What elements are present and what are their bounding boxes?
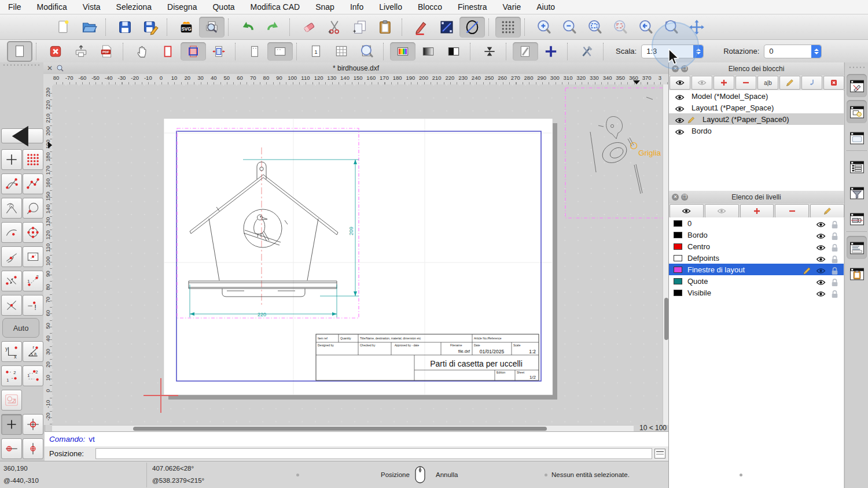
viewport-frame-button[interactable] (181, 42, 206, 61)
zoom-in-button[interactable] (531, 17, 557, 38)
line-style-button[interactable] (434, 17, 459, 38)
snap-on-entity-button[interactable] (23, 173, 43, 194)
document-tab-bar[interactable]: ✕ * birdhouse.dxf (43, 62, 668, 75)
menu-item-file[interactable]: File (8, 2, 21, 12)
snap-target-button[interactable] (23, 414, 43, 435)
hairline-button[interactable] (477, 42, 502, 61)
blocks-purge-button[interactable] (823, 76, 844, 90)
visibility-eye-icon[interactable] (675, 93, 685, 99)
layers-remove-button[interactable] (775, 204, 809, 218)
menu-item-finestra[interactable]: Finestra (458, 2, 487, 12)
command-line[interactable]: Comando: vt (45, 431, 673, 447)
layer-eye-icon[interactable] (816, 220, 826, 227)
block-row[interactable]: Bordo (669, 125, 844, 136)
layer-color-swatch[interactable] (674, 232, 682, 238)
settings-button[interactable] (574, 42, 599, 61)
layer-eye-icon[interactable] (816, 278, 826, 285)
crosses-button[interactable] (538, 42, 564, 61)
position-input[interactable] (95, 448, 652, 459)
pan-paper-button[interactable] (130, 42, 155, 61)
page-landscape-button[interactable] (267, 42, 293, 61)
snap-grid-button[interactable] (23, 149, 43, 170)
draw-button[interactable] (409, 17, 434, 38)
panel-toggle-clipboard[interactable] (847, 262, 867, 285)
snap-back-button[interactable] (1, 128, 43, 143)
rel-points-21-button[interactable]: 12 (23, 365, 43, 386)
snap-free-button[interactable] (1, 149, 22, 170)
zoom-auto-button[interactable] (582, 17, 608, 38)
rotazione-combo[interactable]: 0 (764, 45, 822, 58)
fit-paper-button[interactable] (206, 42, 231, 61)
layer-row[interactable]: Bordo (669, 229, 844, 241)
zoom-window-button[interactable] (659, 17, 684, 38)
panel-toggle-command[interactable] (847, 236, 867, 259)
visibility-eye-icon[interactable] (675, 116, 685, 123)
panel-toggle-library[interactable] (847, 155, 867, 178)
layer-row[interactable]: Defpoints (669, 252, 844, 264)
layer-color-swatch[interactable] (674, 278, 682, 284)
open-file-button[interactable] (76, 17, 102, 38)
auto-snap-button[interactable]: Auto (2, 318, 39, 338)
menu-item-disegna[interactable]: Disegna (167, 2, 197, 12)
layer-color-swatch[interactable] (674, 243, 682, 250)
blocks-add-button[interactable] (713, 76, 734, 90)
grayscale-button[interactable] (415, 42, 441, 61)
delete-button[interactable] (296, 17, 322, 38)
layer-color-swatch[interactable] (674, 290, 682, 296)
multi-page-button[interactable] (329, 42, 354, 61)
snap-exclude-button[interactable]: ! (23, 295, 43, 316)
layers-show-all-button[interactable] (670, 204, 704, 218)
svg-export-button[interactable]: SVG (174, 17, 199, 38)
layer-eye-icon[interactable] (816, 231, 826, 239)
layer-eye-icon[interactable] (816, 266, 826, 273)
save-as-button[interactable] (138, 17, 163, 38)
blocks-remove-button[interactable] (735, 76, 756, 90)
snap-plus-button[interactable] (1, 414, 22, 435)
page-portrait-button[interactable] (242, 42, 267, 61)
snap-reference-button[interactable] (23, 246, 43, 267)
menu-item-quota[interactable]: Quota (212, 2, 234, 12)
layer-eye-icon[interactable] (816, 289, 826, 297)
panel-toggle-render[interactable] (847, 207, 867, 230)
paper-frame-button[interactable] (155, 42, 181, 61)
snap-tangent-button[interactable] (1, 246, 22, 267)
layer-color-swatch[interactable] (674, 220, 682, 227)
pdf-export-button[interactable]: PDF (94, 42, 119, 61)
menu-item-info[interactable]: Info (350, 2, 363, 12)
menu-item-livello[interactable]: Livello (379, 2, 402, 12)
layer-row[interactable]: Centro (669, 241, 844, 252)
layer-color-swatch[interactable] (674, 267, 682, 273)
scala-stepper[interactable] (693, 45, 703, 58)
menu-item-aiuto[interactable]: Aiuto (536, 2, 555, 12)
single-page-button[interactable]: 1 (303, 42, 329, 61)
layer-color-swatch[interactable] (674, 255, 682, 261)
block-row[interactable]: Layout2 (*Paper_Space0) (669, 113, 844, 125)
snap-center-button[interactable] (23, 222, 43, 243)
menu-item-modifica[interactable]: Modifica (37, 2, 67, 12)
layer-lock-icon[interactable] (830, 231, 840, 239)
layers-hide-all-button[interactable] (705, 204, 739, 218)
full-color-button[interactable] (390, 42, 415, 61)
restrict-horizontal-button[interactable] (1, 438, 22, 459)
blocks-rename-button[interactable]: a|b (757, 76, 778, 90)
copy-button[interactable] (347, 17, 373, 38)
draft-mode-button[interactable] (513, 42, 538, 61)
layer-row[interactable]: Visibile (669, 287, 844, 298)
restrict-vertical-button[interactable] (23, 438, 43, 459)
blocks-edit-button[interactable] (779, 76, 800, 90)
zoom-selection-button[interactable] (608, 17, 633, 38)
menu-item-vista[interactable]: Vista (83, 2, 101, 12)
paste-button[interactable] (373, 17, 398, 38)
panel-toggle-filter[interactable] (847, 181, 867, 204)
close-preview-button[interactable] (43, 42, 68, 61)
block-row[interactable]: Layout1 (*Paper_Space) (669, 102, 844, 113)
layer-lock-icon[interactable] (830, 289, 840, 297)
panel-toggle-blocks[interactable] (847, 74, 867, 97)
grid-toggle-button[interactable] (495, 17, 521, 38)
snap-two-points-button[interactable]: 12 (23, 271, 43, 291)
snap-endpoints-button[interactable] (1, 173, 22, 194)
rel-points-12-button[interactable]: 12 (1, 365, 22, 386)
menu-item-snap[interactable]: Snap (315, 2, 334, 12)
snap-entity-circle-button[interactable] (23, 198, 43, 219)
layer-lock-icon[interactable] (830, 220, 840, 227)
